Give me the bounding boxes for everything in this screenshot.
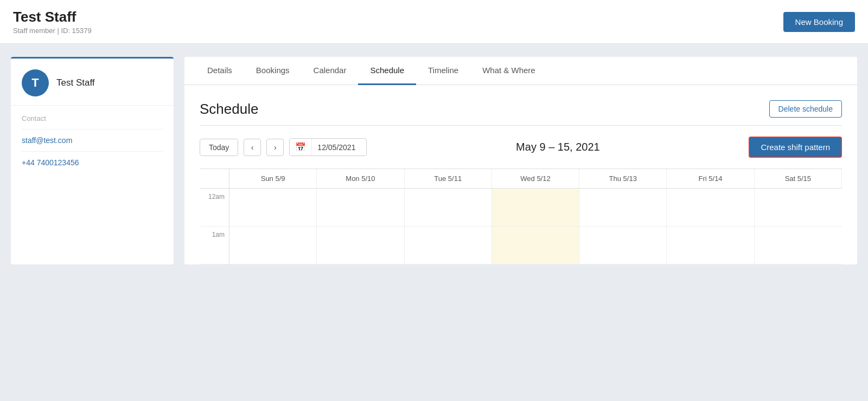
cell-thu-1am [579,227,667,264]
cell-sun-12am [229,189,317,227]
cell-fri-12am [667,189,754,227]
time-label-1am: 1am [200,227,229,264]
cell-mon-1am [317,227,404,264]
cell-wed-12am [492,189,579,227]
contact-label: Contact [22,114,163,122]
schedule-divider [200,125,842,126]
panel-body: Schedule Delete schedule Today ‹ › 📅 May… [184,85,857,264]
col-header-fri: Fri 5/14 [667,169,754,188]
tab-bookings[interactable]: Bookings [244,57,302,85]
today-button[interactable]: Today [200,139,238,156]
calendar-controls: Today ‹ › 📅 May 9 – 15, 2021 Create shif… [200,137,842,158]
col-header-sat: Sat 5/15 [755,169,842,188]
tab-calendar[interactable]: Calendar [302,57,359,85]
cell-fri-1am [667,227,754,264]
contact-section: Contact staff@test.com +44 7400123456 [11,106,174,180]
calendar-header-row: Sun 5/9 Mon 5/10 Tue 5/11 Wed 5/12 Thu 5… [200,169,842,189]
cell-tue-12am [405,189,492,227]
page-subtitle: Staff member | ID: 15379 [13,27,92,35]
new-booking-button[interactable]: New Booking [783,12,855,32]
cell-thu-12am [579,189,667,227]
avatar: T [22,69,49,96]
cell-sat-1am [755,227,842,264]
tab-details[interactable]: Details [195,57,244,85]
cal-row-12am: 12am [200,189,842,227]
cell-sun-1am [229,227,317,264]
col-header-thu: Thu 5/13 [579,169,667,188]
col-header-mon: Mon 5/10 [317,169,404,188]
date-input[interactable] [312,140,366,155]
delete-schedule-button[interactable]: Delete schedule [769,100,842,118]
cell-wed-1am [492,227,579,264]
sidebar-card: T Test Staff Contact staff@test.com +44 … [11,57,174,264]
sidebar-profile: T Test Staff [11,59,174,106]
phone-link[interactable]: +44 7400123456 [22,158,163,167]
date-range-label: May 9 – 15, 2021 [372,141,743,153]
time-label-12am: 12am [200,189,229,227]
next-button[interactable]: › [266,139,284,156]
cell-tue-1am [405,227,492,264]
page-title: Test Staff [13,9,92,25]
prev-button[interactable]: ‹ [244,139,261,156]
contact-divider2 [22,151,163,152]
col-header-sun: Sun 5/9 [229,169,317,188]
header-left: Test Staff Staff member | ID: 15379 [13,9,92,35]
right-panel: Details Bookings Calendar Schedule Timel… [184,57,857,264]
calendar-grid: Sun 5/9 Mon 5/10 Tue 5/11 Wed 5/12 Thu 5… [200,169,842,264]
create-shift-button[interactable]: Create shift pattern [749,137,842,158]
profile-name: Test Staff [56,77,95,88]
col-header-wed: Wed 5/12 [492,169,579,188]
tab-what-where[interactable]: What & Where [470,57,547,85]
cell-sat-12am [755,189,842,227]
tab-schedule[interactable]: Schedule [358,57,416,85]
email-link[interactable]: staff@test.com [22,136,163,145]
schedule-title: Schedule [200,101,258,118]
tab-timeline[interactable]: Timeline [416,57,470,85]
time-header-cell [200,169,229,188]
col-header-tue: Tue 5/11 [405,169,492,188]
cal-row-1am: 1am [200,227,842,264]
calendar-icon: 📅 [290,139,312,156]
schedule-header-row: Schedule Delete schedule [200,100,842,118]
date-input-wrap: 📅 [289,138,367,156]
tabs-bar: Details Bookings Calendar Schedule Timel… [184,57,857,85]
top-header: Test Staff Staff member | ID: 15379 New … [0,0,868,44]
main-content: T Test Staff Contact staff@test.com +44 … [0,44,868,277]
cell-mon-12am [317,189,404,227]
contact-divider [22,129,163,130]
